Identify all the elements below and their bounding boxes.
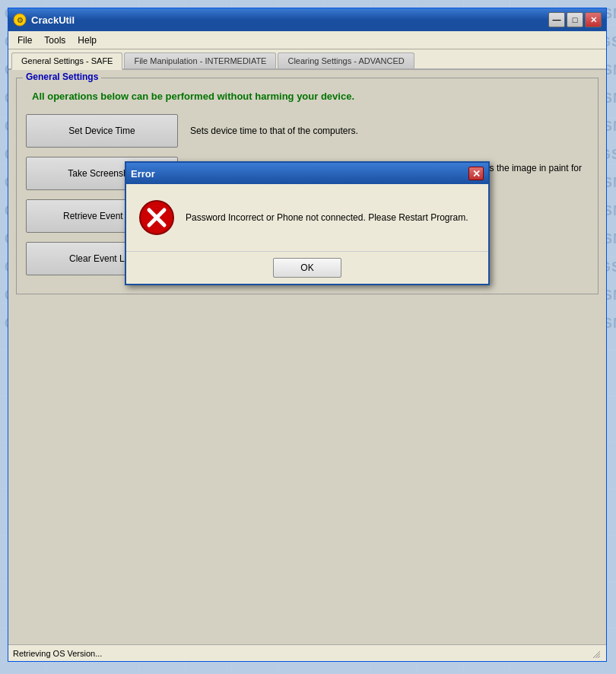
- app-icon: ⚙: [13, 13, 27, 27]
- maximize-button[interactable]: □: [567, 12, 583, 27]
- dialog-title-text: Error: [131, 168, 468, 180]
- status-text: Retrieving OS Version...: [13, 649, 589, 658]
- error-dialog: Error ✕ Password Incorrect or Phone not …: [125, 161, 490, 285]
- dialog-message: Password Incorrect or Phone not connecte…: [186, 212, 476, 223]
- svg-line-7: [598, 656, 600, 658]
- menu-help[interactable]: Help: [71, 33, 103, 47]
- app-title: CrackUtil: [31, 14, 548, 26]
- ok-button[interactable]: OK: [273, 258, 341, 278]
- dialog-footer: OK: [126, 251, 488, 284]
- window-controls: — □ ✕: [548, 12, 602, 27]
- error-icon: [138, 199, 175, 236]
- menu-file[interactable]: File: [11, 33, 38, 47]
- tab-bar: General Settings - SAFE File Manipulatio…: [8, 49, 606, 70]
- svg-line-6: [595, 653, 600, 658]
- menu-tools[interactable]: Tools: [38, 33, 71, 47]
- dialog-body: Password Incorrect or Phone not connecte…: [126, 184, 488, 251]
- dialog-close-button[interactable]: ✕: [468, 167, 484, 180]
- svg-text:⚙: ⚙: [17, 16, 24, 24]
- tab-general-settings[interactable]: General Settings - SAFE: [11, 52, 122, 70]
- status-grip: [589, 647, 602, 660]
- tab-file-manipulation[interactable]: File Manipulation - INTERMEDIATE: [124, 52, 276, 68]
- menu-bar: File Tools Help: [8, 31, 606, 49]
- main-window: ⚙ CrackUtil — □ ✕ File Tools Help Genera…: [8, 8, 607, 662]
- dialog-title-bar: Error ✕: [126, 163, 488, 184]
- dialog-overlay: Error ✕ Password Incorrect or Phone not …: [8, 70, 606, 644]
- tab-clearing-settings[interactable]: Clearing Settings - ADVANCED: [278, 52, 414, 68]
- status-bar: Retrieving OS Version...: [8, 644, 606, 661]
- minimize-button[interactable]: —: [548, 12, 565, 27]
- content-area: General Settings All operations below ca…: [8, 70, 606, 644]
- title-bar: ⚙ CrackUtil — □ ✕: [8, 8, 606, 31]
- close-button[interactable]: ✕: [585, 12, 602, 27]
